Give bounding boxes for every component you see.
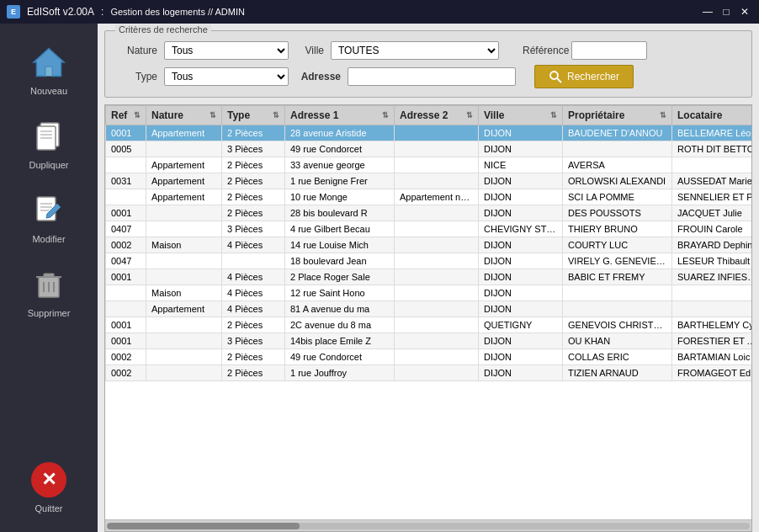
svg-point-18 [550,72,558,79]
col-header-ref[interactable]: Ref⇅ [106,106,146,125]
table-wrapper[interactable]: Ref⇅ Nature⇅ Type⇅ Adresse 1⇅ [105,105,751,519]
table-row[interactable]: Appartement2 Pièces33 avenue georgeNICEA… [106,157,752,173]
cell-proprio: VIRELY G. GENEVIEVE [563,253,672,269]
svg-line-19 [557,78,561,82]
cell-ville: DIJON [479,365,563,381]
cell-addr2 [395,237,479,253]
logements-table: Ref⇅ Nature⇅ Type⇅ Adresse 1⇅ [105,105,751,381]
ville-select[interactable]: TOUTESDIJONNICECHEVIGNY ST SAUVEURQUETIG… [331,41,499,60]
cell-addr1: 81 A avenue du ma [285,301,395,317]
search-button[interactable]: Rechercher [534,65,634,88]
quitter-button[interactable]: ✕ Quitter [0,450,98,524]
cell-nature [146,141,222,157]
cell-locataire: BARTHELEMY Cyr [672,317,752,333]
cell-nature: Appartement [146,157,222,173]
cell-addr1: 2C avenue du 8 ma [285,317,395,333]
cell-type: 2 Pièces [222,349,285,365]
cell-type: 2 Pièces [222,157,285,173]
cell-addr1: 1 rue Benigne Frer [285,173,395,189]
col-header-addr1[interactable]: Adresse 1⇅ [285,106,395,125]
cell-addr1: 14 rue Louise Mich [285,237,395,253]
house-icon [29,42,69,82]
table-row[interactable]: 00053 Pièces49 rue CondorcetDIJONROTH DI… [106,141,752,157]
cell-addr2 [395,205,479,221]
cell-locataire: FORESTIER ET AU [672,333,752,349]
cell-ville: DIJON [479,269,563,285]
col-header-nature[interactable]: Nature⇅ [146,106,222,125]
cell-addr1: 28 avenue Aristide [285,125,395,141]
modifier-button[interactable]: Modifier [0,180,98,254]
table-row[interactable]: 00012 Pièces28 bis boulevard RDIJONDES P… [106,205,752,221]
table-row[interactable]: 0031Appartement2 Pièces1 rue Benigne Fre… [106,173,752,189]
table-row[interactable]: Appartement2 Pièces10 rue MongeApparteme… [106,189,752,205]
svg-rect-1 [45,67,51,77]
cell-ville: DIJON [479,141,563,157]
cell-addr2 [395,157,479,173]
type-select[interactable]: Tous2 Pièces3 Pièces4 Pièces [164,67,289,86]
close-button[interactable]: ✕ [737,4,752,19]
cell-addr1: 10 rue Monge [285,189,395,205]
col-header-locataire[interactable]: Locataire [672,106,752,125]
table-row[interactable]: 004718 boulevard JeanDIJONVIRELY G. GENE… [106,253,752,269]
cell-ref: 0002 [106,349,146,365]
adresse-input[interactable] [348,67,516,86]
cell-ref [106,157,146,173]
window-controls: — □ ✕ [700,4,752,19]
cell-nature [146,253,222,269]
cell-proprio: ORLOWSKI ALEXANDI [563,173,672,189]
cell-nature [146,349,222,365]
cell-ref: 0001 [106,317,146,333]
maximize-button[interactable]: □ [719,4,734,19]
cell-ville: DIJON [479,237,563,253]
cell-ref [106,301,146,317]
cell-type: 2 Pièces [222,189,285,205]
col-header-proprio[interactable]: Propriétaire⇅ [563,106,672,125]
cell-proprio: TIZIEN ARNAUD [563,365,672,381]
supprimer-button[interactable]: Supprimer [0,254,98,328]
cell-proprio: COLLAS ERIC [563,349,672,365]
nouveau-button[interactable]: Nouveau [0,32,98,106]
cell-locataire: SUAREZ INFIEST A [672,269,752,285]
cell-locataire: JACQUET Julie [672,205,752,221]
cell-type: 3 Pièces [222,141,285,157]
ref-input[interactable] [571,41,647,60]
col-header-ville[interactable]: Ville⇅ [479,106,563,125]
minimize-button[interactable]: — [700,4,715,19]
cell-ville: CHEVIGNY ST SAUVEUR [479,221,563,237]
app-icon: E [7,5,20,19]
cell-addr2 [395,349,479,365]
cell-addr1: 28 bis boulevard R [285,205,395,221]
cell-type: 3 Pièces [222,333,285,349]
col-header-addr2[interactable]: Adresse 2⇅ [395,106,479,125]
cell-addr2 [395,253,479,269]
cell-type: 2 Pièces [222,125,285,141]
search-panel: Critères de recherche Nature TousApparte… [104,30,752,98]
cell-locataire: SENNELIER ET PA [672,189,752,205]
cell-proprio [563,301,672,317]
table-row[interactable]: 00012 Pièces2C avenue du 8 maQUETIGNYGEN… [106,317,752,333]
table-row[interactable]: 00014 Pièces2 Place Roger SaleDIJONBABIC… [106,269,752,285]
search-button-label: Rechercher [567,71,619,82]
cell-locataire: BELLEMARE Léon [672,125,752,141]
table-row[interactable]: Maison4 Pièces12 rue Saint HonoDIJON [106,285,752,301]
table-row[interactable]: 0001Appartement2 Pièces28 avenue Aristid… [106,125,752,141]
table-row[interactable]: 00013 Pièces14bis place Emile ZDIJONOU K… [106,333,752,349]
cell-addr1: 49 rue Condorcet [285,349,395,365]
cell-locataire [672,301,752,317]
scrollbar-thumb[interactable] [107,523,300,529]
table-row[interactable]: 0002Maison4 Pièces14 rue Louise MichDIJO… [106,237,752,253]
table-row[interactable]: 00022 Pièces1 rue JouffroyDIJONTIZIEN AR… [106,365,752,381]
table-row[interactable]: Appartement4 Pièces81 A avenue du maDIJO… [106,301,752,317]
main-layout: Nouveau Dupliquer [0,24,759,532]
horizontal-scrollbar[interactable] [105,519,751,531]
dupliquer-button[interactable]: Dupliquer [0,106,98,180]
cell-proprio: OU KHAN [563,333,672,349]
col-header-type[interactable]: Type⇅ [222,106,285,125]
cell-locataire: BARTAMIAN Loic [672,349,752,365]
nature-select[interactable]: TousAppartementMaisonStudio [164,41,289,60]
table-row[interactable]: 00022 Pièces49 rue CondorcetDIJONCOLLAS … [106,349,752,365]
adresse-label: Adresse [295,71,341,82]
search-row-2: Type Tous2 Pièces3 Pièces4 Pièces Adress… [115,65,741,88]
table-row[interactable]: 04073 Pièces4 rue Gilbert BecauCHEVIGNY … [106,221,752,237]
cell-locataire: AUSSEDAT Marie [672,173,752,189]
